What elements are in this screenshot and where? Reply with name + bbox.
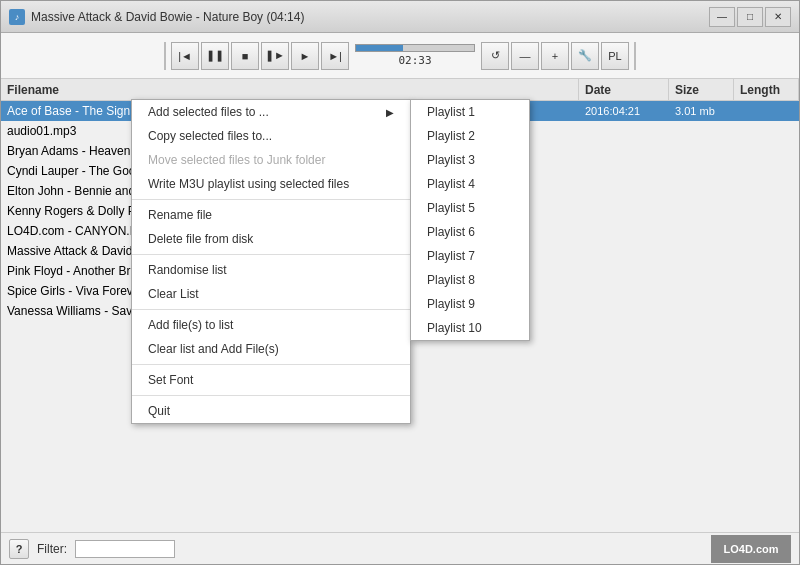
menu-item[interactable]: Add file(s) to list (132, 313, 410, 337)
context-menu-overlay: Add selected files to ...▶Playlist 1Play… (1, 79, 799, 532)
submenu-item[interactable]: Playlist 5 (411, 196, 529, 220)
menu-separator (132, 254, 410, 255)
menu-item[interactable]: Clear list and Add File(s) (132, 337, 410, 361)
progress-fill (356, 45, 403, 51)
menu-item[interactable]: Clear List (132, 282, 410, 306)
window-title: Massive Attack & David Bowie - Nature Bo… (31, 10, 304, 24)
menu-separator (132, 309, 410, 310)
vol-up-button[interactable]: + (541, 42, 569, 70)
menu-item-label: Quit (148, 404, 170, 418)
status-bar: ? Filter: LO4D.com (1, 532, 799, 564)
step-forward-button[interactable]: ❚► (261, 42, 289, 70)
menu-item-label: Clear List (148, 287, 199, 301)
vol-down-button[interactable]: — (511, 42, 539, 70)
submenu-arrow-icon: ▶ (386, 107, 394, 118)
main-window: ♪ Massive Attack & David Bowie - Nature … (0, 0, 800, 565)
submenu-item[interactable]: Playlist 2 (411, 124, 529, 148)
menu-item-label: Rename file (148, 208, 212, 222)
menu-item[interactable]: Rename file (132, 203, 410, 227)
menu-separator (132, 364, 410, 365)
prev-button[interactable]: |◄ (171, 42, 199, 70)
submenu-item[interactable]: Playlist 10 (411, 316, 529, 340)
menu-item[interactable]: Set Font (132, 368, 410, 392)
menu-item-label: Copy selected files to... (148, 129, 272, 143)
menu-item-label: Move selected files to Junk folder (148, 153, 325, 167)
menu-item-label: Clear list and Add File(s) (148, 342, 279, 356)
submenu-item[interactable]: Playlist 8 (411, 268, 529, 292)
main-content: Filename Date Size Length Ace of Base - … (1, 79, 799, 532)
menu-item[interactable]: Randomise list (132, 258, 410, 282)
submenu-item[interactable]: Playlist 3 (411, 148, 529, 172)
filter-input[interactable] (75, 540, 175, 558)
submenu-item[interactable]: Playlist 7 (411, 244, 529, 268)
menu-separator (132, 395, 410, 396)
menu-item[interactable]: Quit (132, 399, 410, 423)
eq-button[interactable]: 🔧 (571, 42, 599, 70)
context-menu: Add selected files to ...▶Playlist 1Play… (131, 99, 411, 424)
menu-item: Move selected files to Junk folder (132, 148, 410, 172)
menu-separator (132, 199, 410, 200)
menu-item-label: Delete file from disk (148, 232, 253, 246)
window-controls: — □ ✕ (709, 7, 791, 27)
lo4d-text: LO4D.com (723, 543, 778, 555)
submenu-item[interactable]: Playlist 9 (411, 292, 529, 316)
time-display: 02:33 (398, 54, 431, 67)
stop-button[interactable]: ■ (231, 42, 259, 70)
pause-button[interactable]: ❚❚ (201, 42, 229, 70)
title-bar: ♪ Massive Attack & David Bowie - Nature … (1, 1, 799, 33)
menu-item-label: Add file(s) to list (148, 318, 233, 332)
menu-item[interactable]: Add selected files to ...▶Playlist 1Play… (132, 100, 410, 124)
menu-item-label: Write M3U playlist using selected files (148, 177, 349, 191)
menu-item[interactable]: Write M3U playlist using selected files (132, 172, 410, 196)
progress-bar[interactable] (355, 44, 475, 52)
transport-divider-left (164, 42, 166, 70)
menu-item[interactable]: Copy selected files to... (132, 124, 410, 148)
progress-area: 02:33 (355, 44, 475, 67)
toolbar: |◄ ❚❚ ■ ❚► ► ►| 02:33 ↺ — + 🔧 PL (1, 33, 799, 79)
repeat-button[interactable]: ↺ (481, 42, 509, 70)
menu-item-label: Randomise list (148, 263, 227, 277)
minimize-button[interactable]: — (709, 7, 735, 27)
play-button[interactable]: ► (291, 42, 319, 70)
maximize-button[interactable]: □ (737, 7, 763, 27)
close-button[interactable]: ✕ (765, 7, 791, 27)
transport-divider-right (634, 42, 636, 70)
filter-label: Filter: (37, 542, 67, 556)
app-icon: ♪ (9, 9, 25, 25)
submenu-item[interactable]: Playlist 4 (411, 172, 529, 196)
lo4d-badge: LO4D.com (711, 535, 791, 563)
help-button[interactable]: ? (9, 539, 29, 559)
menu-item-label: Set Font (148, 373, 193, 387)
submenu: Playlist 1Playlist 2Playlist 3Playlist 4… (410, 99, 530, 341)
next-button[interactable]: ►| (321, 42, 349, 70)
pl-button[interactable]: PL (601, 42, 629, 70)
transport-area: |◄ ❚❚ ■ ❚► ► ►| 02:33 ↺ — + 🔧 PL (161, 42, 639, 70)
submenu-item[interactable]: Playlist 1 (411, 100, 529, 124)
menu-item[interactable]: Delete file from disk (132, 227, 410, 251)
menu-item-label: Add selected files to ... (148, 105, 269, 119)
title-bar-left: ♪ Massive Attack & David Bowie - Nature … (9, 9, 304, 25)
submenu-item[interactable]: Playlist 6 (411, 220, 529, 244)
